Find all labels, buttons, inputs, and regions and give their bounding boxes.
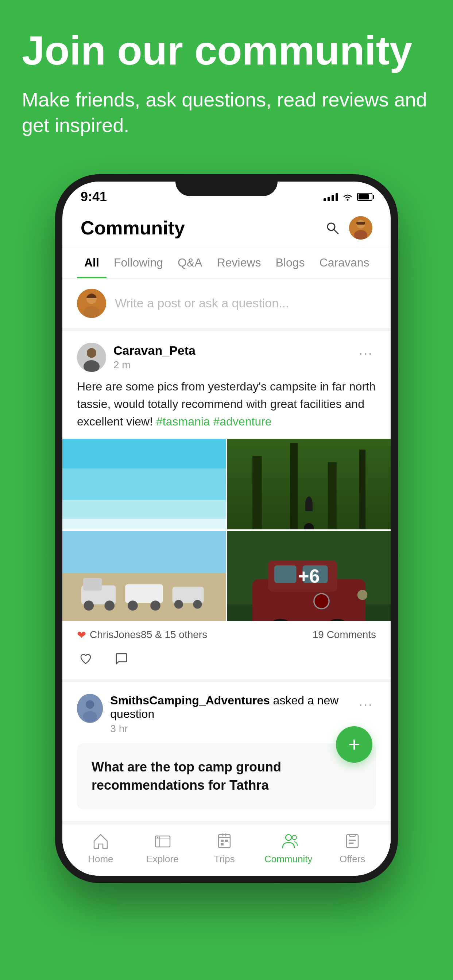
forest-photo [227, 439, 391, 530]
likes-text-1: ChrisJones85 & 15 others [90, 629, 207, 641]
offers-icon [343, 832, 362, 851]
image-count-overlay: +6 [227, 531, 391, 621]
nav-community-label: Community [265, 853, 312, 865]
bottom-nav: Home Explore [62, 824, 391, 876]
svg-point-66 [292, 835, 297, 840]
tab-reviews[interactable]: Reviews [210, 247, 268, 278]
post-image-3[interactable] [62, 531, 226, 621]
user-avatar-header[interactable] [349, 216, 372, 240]
nav-offers[interactable]: Offers [330, 832, 374, 865]
caravan-peta-avatar [77, 343, 106, 372]
hero-section: Join our community Make friends, ask que… [0, 0, 453, 153]
tab-all[interactable]: All [77, 247, 107, 278]
svg-point-58 [157, 837, 158, 838]
tab-caravans[interactable]: Caravans [312, 247, 377, 278]
second-post-header: SmithsCamping_Adventures asked a new que… [77, 694, 376, 735]
post-meta-row-1: ❤ ChrisJones85 & 15 others 19 Comments [62, 621, 391, 649]
svg-point-65 [286, 835, 292, 840]
feed-post-1: Caravan_Peta 2 m ··· Here are some pics … [62, 331, 391, 682]
svg-rect-33 [83, 578, 102, 590]
svg-rect-64 [221, 843, 223, 845]
tab-blogs[interactable]: Blogs [268, 247, 312, 278]
svg-point-55 [86, 700, 94, 709]
more-options-1[interactable]: ··· [356, 343, 376, 364]
second-author-info: SmithsCamping_Adventures asked a new que… [110, 694, 356, 735]
post-images-1: +6 [62, 439, 391, 621]
current-user-avatar [77, 289, 106, 318]
svg-rect-68 [349, 840, 356, 841]
comment-icon [115, 652, 128, 665]
svg-point-14 [87, 348, 96, 358]
like-button-1[interactable] [73, 649, 98, 669]
nav-explore[interactable]: Explore [141, 832, 185, 865]
nav-home-label: Home [88, 853, 113, 865]
home-icon [91, 832, 110, 851]
svg-rect-63 [225, 840, 228, 842]
svg-point-37 [128, 600, 138, 611]
signal-icon [324, 192, 338, 201]
phone-screen: 9:41 [62, 181, 391, 876]
status-icons [324, 192, 372, 201]
nav-offers-label: Offers [340, 853, 365, 865]
svg-rect-18 [62, 519, 226, 530]
search-icon[interactable] [324, 220, 340, 236]
svg-rect-15 [62, 439, 226, 468]
post-author-info-1: Caravan_Peta 2 m [113, 344, 196, 371]
post-input-row[interactable]: Write a post or ask a question... [62, 278, 391, 331]
comment-button-1[interactable] [109, 649, 134, 669]
heart-icon: ❤ [77, 628, 86, 641]
second-post-time: 3 hr [110, 723, 356, 735]
post-header-1: Caravan_Peta 2 m ··· [62, 331, 391, 378]
svg-point-35 [104, 600, 115, 611]
svg-rect-29 [62, 531, 226, 573]
campsite-photo [62, 531, 226, 621]
fab-create[interactable]: + [336, 726, 372, 763]
post-placeholder[interactable]: Write a post or ask a question... [115, 296, 289, 310]
wifi-icon [343, 193, 353, 201]
image-count: +6 [298, 565, 319, 587]
post-author-name-1: Caravan_Peta [113, 344, 196, 358]
second-author-name: SmithsCamping_Adventures asked a new que… [110, 694, 356, 721]
tab-qa[interactable]: Q&A [170, 247, 210, 278]
svg-rect-23 [252, 456, 262, 530]
nav-trips[interactable]: Trips [203, 832, 246, 865]
more-options-2[interactable]: ··· [356, 694, 376, 715]
trips-icon [215, 832, 234, 851]
post-image-2[interactable] [227, 439, 391, 530]
svg-rect-7 [356, 222, 365, 224]
second-author-row: SmithsCamping_Adventures asked a new que… [77, 694, 356, 735]
nav-home[interactable]: Home [79, 832, 123, 865]
svg-line-2 [334, 229, 338, 234]
post-image-1[interactable] [62, 439, 226, 530]
status-time: 9:41 [81, 189, 107, 205]
comments-count-1[interactable]: 19 Comments [313, 629, 376, 641]
nav-community[interactable]: Community [265, 832, 312, 865]
svg-point-0 [347, 199, 349, 201]
fab-plus-icon: + [348, 734, 360, 755]
svg-rect-25 [328, 462, 337, 530]
beach-photo [62, 439, 226, 530]
community-icon [279, 832, 298, 851]
post-hashtags-1[interactable]: #tasmania #adventure [156, 415, 272, 428]
post-image-4[interactable]: +6 [227, 531, 391, 621]
svg-rect-69 [349, 843, 354, 844]
tab-following[interactable]: Following [107, 247, 170, 278]
svg-rect-59 [219, 835, 230, 848]
hero-title: Join our community [22, 29, 431, 72]
hero-subtitle: Make friends, ask questions, read review… [22, 87, 431, 138]
svg-rect-16 [62, 468, 226, 500]
smiths-avatar [77, 694, 103, 723]
phone-notch [175, 174, 278, 196]
app-title: Community [81, 217, 185, 239]
svg-rect-24 [290, 443, 298, 530]
svg-point-41 [193, 600, 202, 608]
svg-rect-17 [62, 500, 226, 519]
question-text: What are the top camp ground recommendat… [91, 759, 281, 792]
svg-rect-36 [125, 584, 163, 603]
nav-trips-label: Trips [214, 853, 235, 865]
svg-rect-26 [359, 450, 365, 530]
svg-point-40 [174, 600, 183, 608]
tabs-bar: All Following Q&A Reviews Blogs Caravans [62, 247, 391, 278]
phone-wrapper: 9:41 [0, 153, 453, 883]
post-time-1: 2 m [113, 359, 196, 371]
